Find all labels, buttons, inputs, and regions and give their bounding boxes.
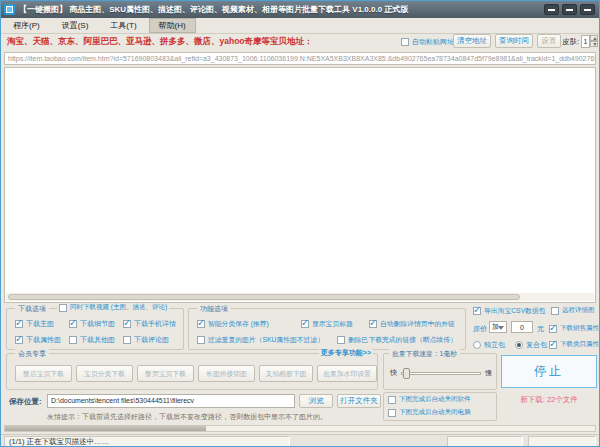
downloaded-count: 新下载: 22个文件 [501,395,597,405]
price-op-select[interactable]: 加 [489,321,507,333]
address-title: 淘宝、天猫、京东、阿里巴巴、亚马逊、拼多多、微店、yahoo奇摩等宝贝地址： [7,36,313,48]
remove-external-links-checkbox[interactable]: 自动删除详情页中的外链 [369,319,455,329]
remove-finished-links-checkbox[interactable]: 删除已下载完成的链接（断点续传） [337,335,457,345]
category-download-button[interactable]: 宝贝分类下载 [76,365,133,382]
speed-caption: 批量下载速度：1毫秒 [389,349,460,359]
single-pack-radio[interactable]: 独立包 [473,340,505,350]
minimize-icon [548,9,555,11]
checkbox-icon [15,336,23,344]
app-window: 【一键搬图】 商品主图、SKU属性图、描述图、评论图、视频素材、相册等图片批量下… [0,0,600,447]
menu-tools[interactable]: 工具(T) [100,18,146,33]
menu-help[interactable]: 帮助(H) [149,18,196,33]
status-bar: (1/1) 正在下载宝贝描述中…… [1,434,599,447]
radio-icon [515,341,523,349]
scrollbar-thumb[interactable] [8,294,520,300]
checkbox-icon [123,336,131,344]
download-attr-image-checkbox[interactable]: 下载属性图 [15,335,61,345]
status-message: (1/1) 正在下载宝贝描述中…… [4,436,290,447]
checkbox-icon [369,320,377,328]
batch-watermark-button[interactable]: 批量加水印设置 [317,365,377,382]
status-panel [528,436,596,447]
download-options-group: 下载选项 同时下载视频 (主图、描述、评论) 下载主图 下载细节图 下载手机详情… [6,308,184,350]
save-location-label: 保存位置: [9,397,42,407]
url-input[interactable]: https://item.taobao.com/item.htm?id=5716… [4,52,596,65]
smart-save-checkbox[interactable]: 智能分类保存 (推荐) [197,319,269,329]
show-title-checkbox[interactable]: 显示宝贝标题 [301,319,353,329]
checkbox-icon [197,320,205,328]
checkbox-icon [551,307,559,315]
status-panel [447,436,523,447]
speed-group: 批量下载速度：1毫秒 快 慢 [383,353,497,390]
query-time-button[interactable]: 查询时间 [495,34,533,48]
download-video-checkbox[interactable]: 同时下载视频 (主图、描述、评论) [57,303,169,312]
progress-fill [5,426,206,431]
browse-button[interactable]: 浏览 [299,394,333,408]
auto-close-panel: 下图完成后自动关闭软件 下图完成后自动关闭电脑 [383,392,497,421]
download-detail-image-checkbox[interactable]: 下载细节图 [69,319,115,329]
settings-button[interactable]: 设置 [537,34,561,48]
remote-detail-checkbox[interactable]: 远程详情图 [551,306,595,315]
stop-button[interactable]: 停止 [501,355,597,388]
maximize-icon [566,9,573,11]
skin-spinner[interactable]: 1 [581,35,597,48]
minimize-button[interactable] [544,4,559,15]
price-unit-label: 元 [537,324,544,334]
download-mobile-detail-checkbox[interactable]: 下载手机详情 [123,319,176,329]
skin-value[interactable]: 1 [581,35,590,48]
checkbox-icon [123,320,131,328]
url-list[interactable] [4,67,596,303]
window-title: 【一键搬图】 商品主图、SKU属性图、描述图、评论图、视频素材、相册等图片批量下… [19,4,408,15]
long-image-split-button[interactable]: 长图拼接切图 [198,365,255,382]
download-sales-attr-checkbox[interactable]: 下载销售属性 [549,324,599,333]
checkbox-icon [301,320,309,328]
whole-page-download-button[interactable]: 整页宝贝下载 [137,365,194,382]
close-icon [584,9,591,11]
download-options-caption: 下载选项 [15,304,49,314]
clear-address-button[interactable]: 清空地址 [453,34,491,48]
download-category-attr-checkbox[interactable]: 下载类目属性 [549,340,599,349]
skin-spinner-down-icon[interactable] [590,41,598,47]
download-other-image-checkbox[interactable]: 下载其他图 [69,335,115,345]
menu-settings[interactable]: 设置(S) [52,18,99,33]
skin-label: 皮肤: [562,37,579,47]
menu-program[interactable]: 程序(P) [3,18,50,33]
title-bar: 【一键搬图】 商品主图、SKU属性图、描述图、评论图、视频素材、相册等图片批量下… [1,1,599,18]
progress-bar [4,425,596,432]
price-value-input[interactable]: 0 [511,321,533,333]
filter-duplicate-checkbox[interactable]: 过滤重复的图片（SKU属性图不过滤） [197,335,324,345]
window-controls [544,4,595,15]
download-review-image-checkbox[interactable]: 下载评论图 [123,335,169,345]
checkbox-icon [549,325,557,333]
horizontal-scrollbar[interactable] [6,293,594,301]
member-group: 会员专享 更多专享功能>> 整店宝贝下载 宝贝分类下载 整页宝贝下载 长图拼接切… [6,353,378,390]
checkbox-icon [549,341,557,349]
menu-bar: 程序(P) 设置(S) 工具(T) 帮助(H) [1,18,599,34]
close-button[interactable] [580,4,595,15]
auto-paste-checkbox[interactable]: 自动粘贴网址 [401,37,454,47]
function-options-group: 功能选项 智能分类保存 (推荐) 显示宝贝标题 自动删除详情页中的外链 过滤重复… [188,308,466,350]
dropdown-arrow-icon [498,326,504,330]
checkbox-icon [15,320,23,328]
maximize-button[interactable] [562,4,577,15]
price-label: 原价 [473,324,487,334]
speed-slider-track[interactable] [401,372,481,375]
speed-fast-label: 快 [390,368,397,378]
composite-pack-radio[interactable]: 复合包 [515,340,547,350]
export-csv-checkbox[interactable]: 导出淘宝CSV数据包 [473,306,546,316]
save-path-input[interactable]: D:\documents\tencent files\530444511\fil… [47,394,295,408]
more-member-features-link[interactable]: 更多专享功能>> [319,348,373,358]
download-main-image-checkbox[interactable]: 下载主图 [15,319,54,329]
checkbox-icon [197,336,205,344]
open-folder-button[interactable]: 打开文件夹 [337,394,381,408]
checkbox-icon [337,336,345,344]
checkbox-icon [69,336,77,344]
auto-close-pc-checkbox[interactable]: 下图完成后自动关闭电脑 [388,408,471,417]
function-options-caption: 功能选项 [197,304,231,314]
auto-close-app-checkbox[interactable]: 下图完成后自动关闭软件 [388,395,471,404]
whole-store-download-button[interactable]: 整店宝贝下载 [15,365,72,382]
friendly-hint: 友情提示：下载前请先选择好路径，下载后不要改变路径，否则数据包中显示不了图片的。 [47,412,327,422]
speed-slider-thumb[interactable] [403,368,410,379]
yupoo-album-download-button[interactable]: 又拍相册下图 [259,365,313,382]
checkbox-icon [388,409,396,417]
checkbox-icon [59,304,67,312]
